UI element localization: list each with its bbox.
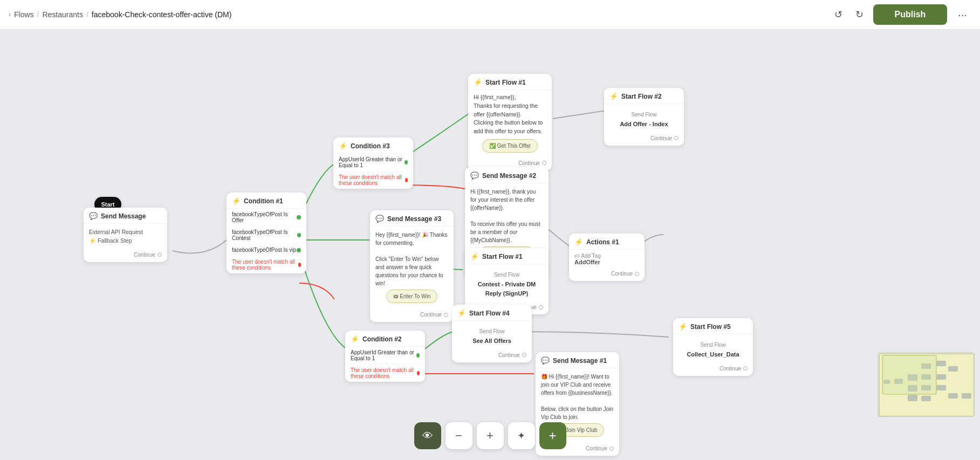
- condition3-node[interactable]: ⚡ Condition #3 AppUserId Greater than or…: [333, 138, 413, 189]
- condition3-header: ⚡ Condition #3: [333, 138, 413, 154]
- condition1-row2: facebookTypeOfPost Is Contest: [227, 226, 306, 244]
- continue-dot[interactable]: [635, 272, 639, 276]
- condition2-header: ⚡ Condition #2: [345, 331, 425, 347]
- start-flow4-footer: Continue: [452, 350, 532, 362]
- continue-dot[interactable]: [157, 252, 162, 257]
- condition3-row1: AppUserId Greater than or Equal to 1: [333, 154, 413, 171]
- toolbar: 👁 − + ✦ +: [414, 422, 566, 449]
- continue-dot[interactable]: [674, 136, 679, 140]
- minimap-svg: [878, 353, 975, 417]
- condition1-row4: The user doesn't match all these conditi…: [227, 256, 306, 273]
- send-message1-header: 💬 Send Message #1: [536, 352, 619, 368]
- start-flow5-header: ⚡ Start Flow #5: [673, 318, 753, 334]
- actions1-footer: Continue: [569, 269, 645, 281]
- start-flow1-mid-body: Send Flow Contest - Private DM Reply (Si…: [465, 264, 549, 302]
- start-flow1-top-body: Hi {{first_name}},Thanks for requesting …: [468, 90, 552, 158]
- preview-button[interactable]: 👁: [414, 422, 441, 449]
- start-flow1-top-header: ⚡ Start Flow #1: [468, 74, 552, 90]
- breadcrumb: ‹ Flows / Restaurants / facebook-Check-c…: [9, 10, 231, 19]
- start-label: Start: [101, 201, 114, 208]
- send-message-main-footer: Continue: [84, 250, 167, 262]
- magic-button[interactable]: ✦: [508, 422, 535, 449]
- start-flow5-node[interactable]: ⚡ Start Flow #5 Send Flow Collect_User_D…: [673, 318, 753, 376]
- send-message3-footer: Continue: [370, 310, 454, 322]
- start-flow4-node[interactable]: ⚡ Start Flow #4 Send Flow See All Offers…: [452, 305, 532, 362]
- start-flow1-top-node[interactable]: ⚡ Start Flow #1 Hi {{first_name}},Thanks…: [468, 74, 552, 170]
- continue-dot[interactable]: [522, 353, 526, 357]
- condition2-row2: The user doesn't match all these conditi…: [345, 365, 425, 382]
- start-flow2-body: Send Flow Add Offer - Index: [604, 104, 684, 133]
- condition1-node[interactable]: ⚡ Condition #1 facebookTypeOfPost Is Off…: [227, 193, 306, 273]
- publish-button[interactable]: Publish: [873, 4, 948, 25]
- minimap[interactable]: [878, 352, 975, 417]
- continue-dot[interactable]: [542, 161, 546, 165]
- page-title: facebook-Check-contest-offer-active (DM): [92, 10, 232, 19]
- condition2-row1: AppUserId Greater than or Equal to 1: [345, 347, 425, 365]
- more-options-button[interactable]: ···: [954, 6, 971, 23]
- svg-rect-10: [936, 374, 946, 380]
- svg-rect-14: [962, 393, 971, 399]
- continue-dot[interactable]: [609, 447, 614, 451]
- svg-rect-12: [948, 366, 958, 372]
- send-message-main-body: External API Request ⚡ Fallback Step: [84, 224, 167, 250]
- send-message3-header: 💬 Send Message #3: [370, 210, 454, 226]
- start-flow5-footer: Continue: [673, 363, 753, 376]
- send-message2-header: 💬 Send Message #2: [465, 167, 549, 183]
- start-flow2-footer: Continue: [604, 133, 684, 146]
- breadcrumb-restaurants[interactable]: Restaurants: [42, 10, 83, 19]
- send-message-main-header: 💬 Send Message: [84, 208, 167, 224]
- condition1-row3: facebookTypeOfPost Is vip: [227, 244, 306, 256]
- start-flow1-mid-header: ⚡ Start Flow #1: [465, 248, 549, 264]
- condition2-node[interactable]: ⚡ Condition #2 AppUserId Greater than or…: [345, 331, 425, 382]
- breadcrumb-flows[interactable]: Flows: [14, 10, 34, 19]
- actions1-node[interactable]: ⚡ Actions #1 🏷 Add Tag AddOffer Continue: [569, 234, 645, 281]
- redo-button[interactable]: ↻: [852, 6, 867, 23]
- send-message3-body: Hey {{first_name}}! 🎉 Thanks for comment…: [370, 226, 454, 310]
- svg-rect-16: [882, 355, 936, 394]
- continue-dot[interactable]: [444, 313, 448, 317]
- condition3-row2: The user doesn't match all these conditi…: [333, 171, 413, 189]
- condition1-header: ⚡ Condition #1: [227, 193, 306, 209]
- undo-button[interactable]: ↺: [831, 6, 846, 23]
- zoom-out-button[interactable]: −: [446, 422, 472, 449]
- condition1-row1: facebookTypeOfPost Is Offer: [227, 209, 306, 226]
- start-flow2-header: ⚡ Start Flow #2: [604, 88, 684, 104]
- continue-dot[interactable]: [539, 305, 543, 310]
- add-node-button[interactable]: +: [539, 422, 566, 449]
- start-flow2-node[interactable]: ⚡ Start Flow #2 Send Flow Add Offer - In…: [604, 88, 684, 146]
- start-flow5-body: Send Flow Collect_User_Data: [673, 334, 753, 363]
- actions1-header: ⚡ Actions #1: [569, 234, 645, 250]
- svg-rect-11: [936, 385, 946, 390]
- zoom-in-button[interactable]: +: [477, 422, 504, 449]
- continue-dot[interactable]: [743, 366, 748, 370]
- flow-canvas[interactable]: Start 💬 Send Message External API Reques…: [0, 30, 980, 460]
- enter-win-btn[interactable]: 🎟 Enter To Win: [386, 290, 438, 303]
- svg-rect-8: [921, 396, 931, 401]
- actions1-body: 🏷 Add Tag AddOffer: [569, 250, 645, 269]
- header: ‹ Flows / Restaurants / facebook-Check-c…: [0, 0, 980, 30]
- svg-rect-4: [908, 395, 917, 401]
- get-offer-btn[interactable]: ✅ Get This Offer: [482, 139, 538, 153]
- send-message-main-node[interactable]: 💬 Send Message External API Request ⚡ Fa…: [84, 208, 167, 262]
- svg-rect-13: [948, 393, 958, 399]
- header-actions: ↺ ↻ Publish ···: [831, 4, 971, 25]
- start-flow4-body: Send Flow See All Offers: [452, 321, 532, 350]
- start-flow4-header: ⚡ Start Flow #4: [452, 305, 532, 321]
- send-message3-node[interactable]: 💬 Send Message #3 Hey {{first_name}}! 🎉 …: [370, 210, 454, 322]
- svg-rect-9: [936, 361, 946, 366]
- back-chevron: ‹: [9, 11, 11, 18]
